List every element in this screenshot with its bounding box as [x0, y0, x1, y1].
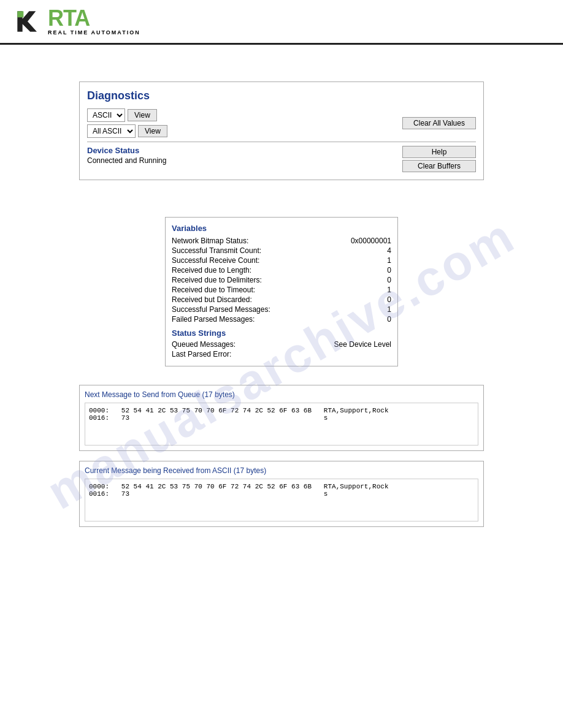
- variable-row: Received but Discarded:0: [172, 295, 391, 304]
- status-strings-title: Status Strings: [172, 328, 391, 338]
- var-value: 1: [387, 256, 391, 265]
- select-view-row-1: ASCII View: [87, 108, 167, 122]
- device-status-label: Device Status: [87, 146, 166, 155]
- var-label: Successful Receive Count:: [172, 256, 259, 265]
- var-label: Network Bitmap Status:: [172, 237, 248, 245]
- next-message-panel: Next Message to Send from Queue (17 byte…: [79, 385, 484, 451]
- status-value: See Device Level: [334, 340, 391, 349]
- var-value: 1: [387, 305, 391, 314]
- clear-buffers-button[interactable]: Clear Buffers: [402, 160, 476, 172]
- help-button[interactable]: Help: [402, 146, 476, 158]
- controls-right: Clear All Values: [402, 117, 476, 129]
- clear-all-values-button[interactable]: Clear All Values: [402, 117, 476, 129]
- variable-row: Successful Receive Count:1: [172, 256, 391, 265]
- variable-row: Received due to Length:0: [172, 266, 391, 275]
- current-message-content: 0000: 52 54 41 2C 53 75 70 70 6F 72 74 2…: [85, 479, 478, 521]
- device-status-buttons: Help Clear Buffers: [402, 146, 476, 172]
- variable-row: Received due to Delimiters:0: [172, 276, 391, 284]
- device-status-section: Device Status Connected and Running Help…: [87, 142, 476, 172]
- svg-marker-1: [17, 11, 23, 17]
- var-value: 1: [387, 286, 391, 294]
- variables-panel: Variables Network Bitmap Status:0x000000…: [165, 217, 398, 366]
- status-rows: Queued Messages:See Device LevelLast Par…: [172, 340, 391, 358]
- rta-logo-icon: [12, 6, 43, 37]
- variable-row: Successful Transmit Count:4: [172, 246, 391, 255]
- ascii-dropdown[interactable]: ASCII: [87, 108, 125, 122]
- status-label: Last Parsed Error:: [172, 350, 231, 358]
- var-label: Received but Discarded:: [172, 295, 252, 304]
- var-value: 0x00000001: [351, 237, 391, 245]
- diagnostics-panel: Diagnostics ASCII View All ASCII View Cl…: [79, 82, 484, 180]
- header: RTA REAL TIME AUTOMATION: [0, 0, 563, 45]
- controls-row: ASCII View All ASCII View Clear All Valu…: [87, 108, 476, 138]
- var-label: Received due to Length:: [172, 266, 251, 275]
- variable-row: Received due to Timeout:1: [172, 286, 391, 294]
- status-row: Queued Messages:See Device Level: [172, 340, 391, 349]
- status-label: Queued Messages:: [172, 340, 236, 349]
- controls-left: ASCII View All ASCII View: [87, 108, 167, 138]
- variables-rows: Network Bitmap Status:0x00000001Successf…: [172, 237, 391, 324]
- select-view-row-2: All ASCII View: [87, 124, 167, 138]
- diagnostics-title: Diagnostics: [87, 89, 476, 102]
- var-value: 0: [387, 266, 391, 275]
- message-panels: Next Message to Send from Queue (17 byte…: [79, 385, 484, 527]
- view-button-2[interactable]: View: [138, 125, 167, 137]
- logo-ta: TA: [63, 6, 90, 31]
- var-value: 0: [387, 315, 391, 324]
- var-value: 0: [387, 295, 391, 304]
- var-value: 4: [387, 246, 391, 255]
- logo-text: RTA REAL TIME AUTOMATION: [48, 7, 140, 36]
- var-value: 0: [387, 276, 391, 284]
- variables-title: Variables: [172, 224, 391, 233]
- logo-tagline: REAL TIME AUTOMATION: [48, 29, 140, 36]
- var-label: Received due to Timeout:: [172, 286, 255, 294]
- var-label: Received due to Delimiters:: [172, 276, 262, 284]
- device-status-value: Connected and Running: [87, 156, 166, 165]
- logo-name: RTA: [48, 7, 140, 29]
- all-ascii-dropdown[interactable]: All ASCII: [87, 124, 136, 138]
- main-content: Diagnostics ASCII View All ASCII View Cl…: [0, 45, 563, 549]
- var-label: Successful Transmit Count:: [172, 246, 261, 255]
- var-label: Successful Parsed Messages:: [172, 305, 270, 314]
- variable-row: Failed Parsed Messages:0: [172, 315, 391, 324]
- logo-r: R: [48, 6, 63, 31]
- device-status-info: Device Status Connected and Running: [87, 146, 166, 165]
- view-button-1[interactable]: View: [128, 109, 157, 121]
- variable-row: Network Bitmap Status:0x00000001: [172, 237, 391, 245]
- next-message-content: 0000: 52 54 41 2C 53 75 70 70 6F 72 74 2…: [85, 403, 478, 446]
- var-label: Failed Parsed Messages:: [172, 315, 255, 324]
- current-message-panel: Current Message being Received from ASCI…: [79, 461, 484, 527]
- variable-row: Successful Parsed Messages:1: [172, 305, 391, 314]
- status-row: Last Parsed Error:: [172, 350, 391, 358]
- next-message-title: Next Message to Send from Queue (17 byte…: [85, 390, 478, 399]
- logo-container: RTA REAL TIME AUTOMATION: [12, 6, 140, 37]
- current-message-title: Current Message being Received from ASCI…: [85, 466, 478, 475]
